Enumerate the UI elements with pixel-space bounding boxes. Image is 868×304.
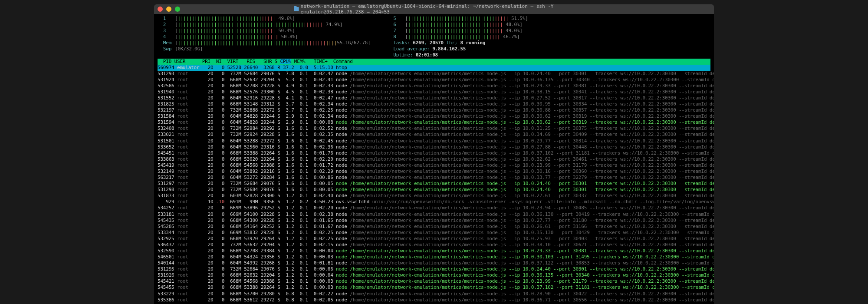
process-row[interactable]: 560974 emulator 20 0 52528 26640 3268 R …	[158, 65, 710, 71]
minimize-icon[interactable]	[166, 7, 171, 12]
process-row[interactable]: 531594 root 20 0 604M 54828 29244 S 2.9 …	[158, 119, 710, 126]
process-row[interactable]: 532408 root 20 0 732M 52984 29292 S 1.6 …	[158, 126, 710, 132]
cpu-meter-8: 8 [||||||||||||||||||||||||||||||||| 46.…	[388, 34, 528, 40]
process-row[interactable]: 545419 root 20 0 668M 54568 29388 S 1.6 …	[158, 162, 710, 169]
cpu-meter-7: 7 [|||||||||||||||||||||||||||||||||| 49…	[388, 28, 528, 34]
process-row[interactable]: 545421 root 20 0 668M 54568 29388 S 1.2 …	[158, 278, 710, 284]
title-label: network-emulation — emulator@Ubuntu-1804…	[301, 4, 574, 15]
process-row[interactable]: 531873 root 20 0 603M 52828 29300 S 1.2 …	[158, 193, 710, 199]
process-list[interactable]: 560974 emulator 20 0 52528 26640 3268 R …	[158, 65, 710, 304]
window-title: network-emulation — emulator@Ubuntu-1804…	[294, 4, 574, 15]
cpu-meter-1: 1 [||||||||||||||||||||||||||||||||||| 4…	[158, 16, 370, 22]
process-row[interactable]: 531297 root 20 0 732M 52684 29076 S 1.6 …	[158, 181, 710, 187]
process-row[interactable]: 536437 root 20 0 732M 53632 29204 S 1.2 …	[158, 242, 710, 248]
process-row[interactable]: 531584 root 20 0 604M 54828 29244 S 2.9 …	[158, 113, 710, 119]
cpu-meter-6: 6 [|||||||||||||||||||||||||||||||||| 48…	[388, 22, 528, 28]
traffic-lights	[158, 7, 180, 12]
cpu-meter-5: 5 [|||||||||||||||||||||||||||||||||||| …	[388, 16, 528, 22]
terminal-window: network-emulation — emulator@Ubuntu-1804…	[154, 4, 714, 304]
load-line: Load average: 9.86 4.16 2.55	[388, 46, 528, 52]
process-row[interactable]: 531924 root 20 0 668M 52632 29204 S 5.3 …	[158, 77, 710, 83]
process-row[interactable]: 532197 root 20 0 732M 52888 29272 S 3.7 …	[158, 107, 710, 113]
tasks-line: Tasks: 6269, 20570 thr; 8 running	[388, 40, 528, 46]
maximize-icon[interactable]	[175, 7, 180, 12]
process-row[interactable]: 545451 root 20 0 668M 53388 29264 S 1.6 …	[158, 150, 710, 156]
process-row[interactable]: 540144 root 20 0 604M 54992 29268 S 1.2 …	[158, 260, 710, 266]
swp-meter: Swp[ 0K/32.0G]	[158, 46, 370, 52]
process-row[interactable]: 533344 root 20 0 669M 53832 29228 S 1.2 …	[158, 230, 710, 236]
process-row[interactable]: 545435 root 20 0 668M 54300 29228 S 1.2 …	[158, 218, 710, 224]
cpu-meters-left: 1 [||||||||||||||||||||||||||||||||||| 4…	[158, 16, 370, 59]
process-row[interactable]: 531940 root 20 0 668M 52576 29300 S 4.5 …	[158, 89, 710, 95]
process-row[interactable]: 533229 root 20 0 668M 53700 29280 S 0.8 …	[158, 291, 710, 297]
process-row[interactable]: 531293 root 20 0 732M 52684 29076 S 7.8 …	[158, 71, 710, 77]
uptime-line: Uptime: 02:01:08	[388, 52, 528, 58]
process-row[interactable]: 534252 root 20 0 669M 53896 29252 S 1.2 …	[158, 205, 710, 211]
process-row[interactable]: 531552 root 20 0 604M 52916 29228 S 4.1 …	[158, 95, 710, 101]
process-row[interactable]: 533652 root 20 0 604M 52560 29316 S 1.6 …	[158, 144, 710, 150]
process-row[interactable]: 546501 root 20 0 604M 54324 29356 S 1.2 …	[158, 254, 710, 260]
cpu-meters-right: 5 [|||||||||||||||||||||||||||||||||||| …	[388, 16, 528, 59]
process-row[interactable]: 533181 root 20 0 669M 54100 29228 S 1.2 …	[158, 211, 710, 218]
process-row[interactable]: 531825 root 20 0 668M 53148 29312 S 3.7 …	[158, 101, 710, 107]
cpu-meter-2: 2 [|||||||||||||||||||||||||||||||||||||…	[158, 22, 370, 28]
process-row[interactable]: 563217 root 20 0 604M 53272 29284 S 1.6 …	[158, 175, 710, 181]
close-icon[interactable]	[158, 7, 163, 12]
process-row[interactable]: 531926 root 20 0 668M 52632 29204 S 1.2 …	[158, 272, 710, 278]
process-row[interactable]: 532149 root 20 0 604M 53892 29216 S 1.6 …	[158, 169, 710, 175]
process-row[interactable]: 532586 root 20 0 668M 52708 29228 S 4.9 …	[158, 83, 710, 89]
cpu-meter-3: 3 [||||||||||||||||||||||||||||||||||| 5…	[158, 28, 370, 34]
process-row[interactable]: 531298 root 20 0 732M 52684 29076 S 1.6 …	[158, 187, 710, 193]
terminal-content[interactable]: 1 [||||||||||||||||||||||||||||||||||| 4…	[154, 14, 714, 304]
process-row[interactable]: 531501 root 20 0 604M 53288 29272 S 1.6 …	[158, 138, 710, 144]
folder-icon	[294, 7, 299, 11]
process-row[interactable]: 533863 root 20 0 668M 53020 29264 S 1.6 …	[158, 156, 710, 162]
process-row[interactable]: 545205 root 20 0 668M 54164 29252 S 1.2 …	[158, 224, 710, 230]
process-row[interactable]: 545455 root 20 0 668M 53388 29264 S 1.2 …	[158, 284, 710, 291]
process-row[interactable]: 531295 root 20 0 732M 52684 29076 S 1.2 …	[158, 266, 710, 272]
process-header[interactable]: PID USER PRI NI VIRT RES SHR S CPU% MEM%…	[158, 59, 710, 65]
meters-area: 1 [||||||||||||||||||||||||||||||||||| 4…	[158, 16, 710, 59]
process-row[interactable]: 532925 root 20 0 668M 53920 29264 S 1.2 …	[158, 236, 710, 242]
process-row[interactable]: 535386 root 20 0 668M 53612 29272 S 0.8 …	[158, 297, 710, 303]
process-row[interactable]: 929 root 10 -10 691M 99M 9356 S 1.2 0.2 …	[158, 199, 710, 205]
cpu-meter-4: 4 [|||||||||||||||||||||||||||||||||||| …	[158, 34, 370, 40]
titlebar: network-emulation — emulator@Ubuntu-1804…	[154, 4, 714, 14]
process-row[interactable]: 532590 root 20 0 668M 52708 29384 S 1.2 …	[158, 248, 710, 254]
mem-meter: Mem[||||||||||||||||||||||||||||||||||||…	[158, 40, 370, 46]
process-row[interactable]: 533021 root 20 0 732M 52924 29228 S 1.6 …	[158, 132, 710, 138]
